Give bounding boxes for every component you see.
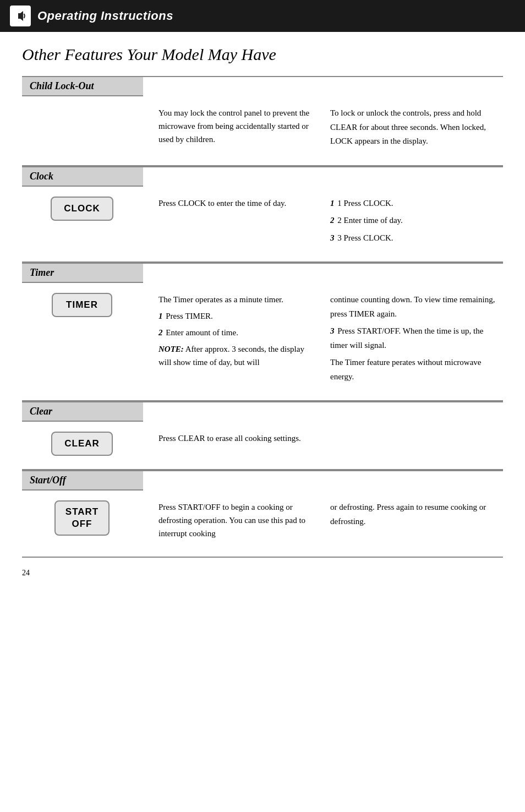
section-child-lock-out: Child Lock-Out You may lock the control … xyxy=(22,76,503,166)
page-header: Operating Instructions xyxy=(0,0,525,32)
section-header-clock: Clock xyxy=(22,167,143,187)
section-left-timer: TIMER xyxy=(22,293,149,317)
clock-button[interactable]: CLOCK xyxy=(51,197,113,221)
section-header-start-off: Start/Off xyxy=(22,471,143,491)
section-left-clock: CLOCK xyxy=(22,197,149,221)
section-header-timer: Timer xyxy=(22,264,143,283)
section-right-timer: continue counting down. To view time rem… xyxy=(326,293,503,387)
page-content: Other Features Your Model May Have Child… xyxy=(0,32,525,600)
timer-button[interactable]: TIMER xyxy=(52,293,112,317)
section-clock: Clock CLOCK Press CLOCK to enter the tim… xyxy=(22,166,503,263)
section-header-clear: Clear xyxy=(22,402,143,422)
section-body-child-lock-out: You may lock the control panel to preven… xyxy=(22,96,503,166)
section-right-start-off: or defrosting. Press again to resume coo… xyxy=(326,500,503,532)
section-body-timer: TIMER The Timer operates as a minute tim… xyxy=(22,283,503,401)
page-subtitle: Other Features Your Model May Have xyxy=(22,45,503,64)
section-body-start-off: START OFF Press START/OFF to begin a coo… xyxy=(22,491,503,558)
section-timer: Timer TIMER The Timer operates as a minu… xyxy=(22,263,503,401)
section-body-clear: CLEAR Press CLEAR to erase all cooking s… xyxy=(22,422,503,470)
section-mid-clock: Press CLOCK to enter the time of day. xyxy=(149,197,326,213)
header-title: Operating Instructions xyxy=(37,9,173,23)
header-icon xyxy=(10,6,31,26)
section-body-clock: CLOCK Press CLOCK to enter the time of d… xyxy=(22,187,503,263)
clear-button[interactable]: CLEAR xyxy=(51,432,113,456)
section-header-child-lock-out: Child Lock-Out xyxy=(22,77,143,96)
page-number: 24 xyxy=(22,569,503,577)
section-left-start-off: START OFF xyxy=(22,500,149,536)
speaker-icon xyxy=(13,8,28,24)
section-clear: Clear CLEAR Press CLEAR to erase all coo… xyxy=(22,401,503,470)
section-mid-timer: The Timer operates as a minute timer. 1 … xyxy=(149,293,326,372)
section-mid-start-off: Press START/OFF to begin a cooking or de… xyxy=(149,500,326,543)
section-start-off: Start/Off START OFF Press START/OFF to b… xyxy=(22,470,503,558)
section-right-child-lock-out: To lock or unlock the controls, press an… xyxy=(326,106,503,152)
section-mid-clear: Press CLEAR to erase all cooking setting… xyxy=(149,432,326,448)
section-right-clock: 1 1 Press CLOCK. 2 2 Enter time of day. … xyxy=(326,197,503,249)
section-mid-child-lock-out: You may lock the control panel to preven… xyxy=(149,106,326,149)
section-left-clear: CLEAR xyxy=(22,432,149,456)
start-off-button[interactable]: START OFF xyxy=(54,500,110,536)
